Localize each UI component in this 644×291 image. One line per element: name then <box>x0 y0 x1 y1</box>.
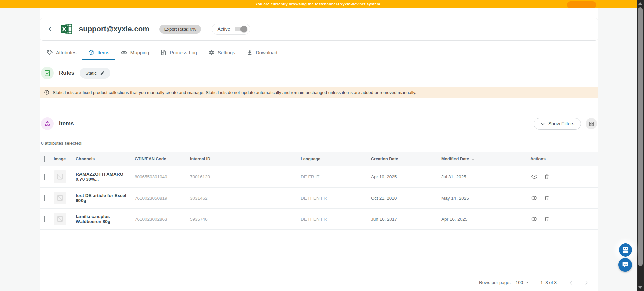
image-off-icon <box>56 173 64 180</box>
trash-icon <box>544 216 550 222</box>
partially-visible-orange-button[interactable] <box>567 1 596 8</box>
table-header-row: Image Channels GTIN/EAN Code Internal ID… <box>40 152 598 166</box>
table-row[interactable]: familia c.m.plus Waldbeeren 80g 76100230… <box>40 209 598 230</box>
cell-language: DE FR IT <box>301 174 371 179</box>
section-divider <box>40 108 598 108</box>
select-all-checkbox[interactable] <box>44 156 45 162</box>
gear-icon <box>208 49 215 56</box>
chatbot-assistant-button[interactable] <box>619 243 632 257</box>
cell-internal-id: 70016120 <box>190 174 301 179</box>
tab-attributes[interactable]: Attributes <box>41 45 82 60</box>
scrollbar-up-arrow[interactable] <box>638 2 642 5</box>
tab-download[interactable]: Download <box>241 45 283 60</box>
column-header-modified-date[interactable]: Modified Date <box>441 157 530 161</box>
channel-header-card: support@xyxle.com Export Rate: 0% Active <box>40 18 598 41</box>
static-list-info-banner: Static Lists are fixed product collectio… <box>40 87 598 98</box>
column-header-actions: Actions <box>530 157 598 161</box>
rules-title: Rules <box>59 70 74 76</box>
back-button[interactable] <box>47 25 55 33</box>
attributes-selected-summary: 0 attributes selected <box>40 141 598 146</box>
eye-icon <box>531 195 538 201</box>
items-icon-circle <box>41 117 54 130</box>
previous-page-button[interactable] <box>568 280 574 285</box>
active-toggle[interactable] <box>233 25 248 33</box>
cell-gtin: 8006550301040 <box>135 174 190 179</box>
scrollbar-thumb[interactable] <box>638 7 643 266</box>
info-banner-text: Static Lists are fixed product collectio… <box>53 90 416 95</box>
eye-icon <box>531 173 538 180</box>
cell-internal-id: 3031462 <box>190 196 301 201</box>
row-checkbox[interactable] <box>44 195 45 201</box>
cell-channels: test DE article for Excel 600g <box>76 193 135 203</box>
arrow-left-icon <box>47 25 55 33</box>
column-header-channels[interactable]: Channels <box>76 157 135 161</box>
tab-bar: Attributes Items Mapping Process Log <box>40 45 598 60</box>
info-icon <box>44 90 49 95</box>
view-item-button[interactable] <box>531 216 538 222</box>
scrollbar-down-arrow[interactable] <box>638 286 642 289</box>
package-icon <box>88 49 94 56</box>
chevron-right-icon <box>584 280 589 285</box>
cell-creation-date: Jun 16, 2017 <box>371 217 441 222</box>
robot-icon <box>621 246 630 254</box>
table-empty-space <box>40 230 598 274</box>
chevron-down-icon <box>540 121 545 126</box>
view-item-button[interactable] <box>531 173 538 180</box>
active-label: Active <box>217 26 230 32</box>
column-header-image: Image <box>54 157 76 161</box>
column-header-internal-id[interactable]: Internal ID <box>190 157 301 161</box>
environment-banner-text: You are currently browsing the testchann… <box>255 2 381 6</box>
tag-icon <box>47 49 53 56</box>
shapes-icon <box>44 120 51 127</box>
tab-settings[interactable]: Settings <box>203 45 241 60</box>
tab-items[interactable]: Items <box>82 45 115 60</box>
rules-mode-chip[interactable]: Static <box>80 68 110 79</box>
cell-creation-date: Apr 10, 2025 <box>371 174 441 179</box>
cell-language: DE IT EN FR <box>301 196 371 201</box>
tab-process-log[interactable]: Process Log <box>155 45 203 60</box>
download-icon <box>247 50 253 56</box>
active-toggle-chip: Active <box>212 24 250 35</box>
table-row[interactable]: test DE article for Excel 600g 761002305… <box>40 188 598 209</box>
delete-item-button[interactable] <box>544 195 550 201</box>
delete-item-button[interactable] <box>544 216 550 222</box>
toggle-thumb <box>240 26 247 32</box>
chevron-left-icon <box>568 280 574 285</box>
grid-icon <box>589 121 594 127</box>
trash-icon <box>544 174 550 180</box>
cell-internal-id: 5935746 <box>190 217 301 222</box>
sort-desc-arrow-icon <box>471 157 475 161</box>
items-title: Items <box>59 120 74 127</box>
items-section-header: Items Show Filters <box>40 117 598 130</box>
support-chat-button[interactable] <box>618 258 632 272</box>
cell-modified-date: Apr 16, 2025 <box>441 217 530 222</box>
row-checkbox[interactable] <box>44 216 45 222</box>
next-page-button[interactable] <box>584 280 589 285</box>
column-header-gtin[interactable]: GTIN/EAN Code <box>135 157 190 161</box>
row-checkbox[interactable] <box>44 174 45 180</box>
column-header-language[interactable]: Language <box>301 157 371 161</box>
image-placeholder <box>54 213 66 225</box>
image-off-icon <box>56 194 64 202</box>
table-row[interactable]: RAMAZZOTTI AMARO 0.70 30%... 80065503010… <box>40 166 598 188</box>
grid-view-button[interactable] <box>586 118 597 129</box>
show-filters-button[interactable]: Show Filters <box>534 118 581 130</box>
delete-item-button[interactable] <box>544 174 550 180</box>
column-header-creation-date[interactable]: Creation Date <box>371 157 441 161</box>
cell-modified-date: Jul 31, 2025 <box>441 174 530 179</box>
tab-mapping[interactable]: Mapping <box>115 45 155 60</box>
environment-banner: You are currently browsing the testchann… <box>0 0 637 8</box>
pagination-footer: Rows per page: 100 1–3 of 3 <box>40 274 598 291</box>
browser-scrollbar[interactable] <box>637 0 644 291</box>
rows-per-page-label: Rows per page: <box>479 280 511 285</box>
view-item-button[interactable] <box>531 195 538 201</box>
chat-bubble-icon <box>622 261 629 268</box>
cell-channels: familia c.m.plus Waldbeeren 80g <box>76 214 135 224</box>
link-icon <box>121 49 127 56</box>
file-clock-icon <box>160 49 167 56</box>
items-table: Image Channels GTIN/EAN Code Internal ID… <box>40 152 598 230</box>
cell-language: DE IT EN FR <box>301 217 371 222</box>
image-off-icon <box>56 215 64 223</box>
rows-per-page-select[interactable]: 100 <box>516 280 529 285</box>
page-title: support@xyxle.com <box>79 25 149 33</box>
